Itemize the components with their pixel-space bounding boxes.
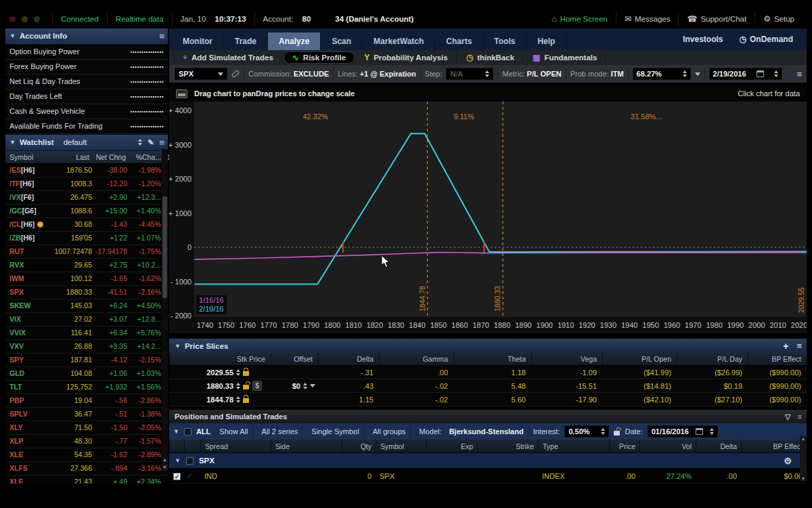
tab-analyze[interactable]: Analyze <box>268 33 321 50</box>
menu-link-investools[interactable]: Investools <box>676 35 729 44</box>
tab-charts[interactable]: Charts <box>435 33 483 50</box>
close-window-icon[interactable] <box>9 16 16 22</box>
watchlist-row[interactable]: RUT1007.72478-17.94178-1.75% <box>5 245 168 259</box>
watchlist-row[interactable]: VVIX116.41+6.34+5.76% <box>5 326 168 340</box>
probability-input[interactable]: 68.27% <box>633 68 691 80</box>
prob-dropdown-icon[interactable] <box>695 72 700 76</box>
x-axis-tick-label[interactable]: 1980 <box>706 321 722 329</box>
watchlist-row[interactable]: SPY187.81-4.12-2.15% <box>5 354 168 367</box>
x-axis-tick-label[interactable]: 1950 <box>642 321 658 329</box>
x-axis-tick-label[interactable]: 1780 <box>281 321 298 329</box>
position-checkbox[interactable]: ✓ <box>173 473 181 480</box>
positions-date-input[interactable]: 01/16/2016 <box>648 425 718 438</box>
support-chat-button[interactable]: ☎Support/Chat <box>678 12 754 26</box>
ps-col-gamma[interactable]: Gamma <box>379 353 453 365</box>
x-axis-tick-label[interactable]: 1740 <box>197 321 213 329</box>
pos-col-side[interactable]: Side <box>271 440 342 452</box>
scrollbar-thumb[interactable] <box>162 196 167 298</box>
scroll-down-icon[interactable]: ▼ <box>801 476 806 481</box>
price-slice-row[interactable]: 2029.55-.31.001.18-1.09($41.99)($26.99)(… <box>169 366 807 379</box>
pos-col-spread[interactable]: Spread <box>200 440 271 452</box>
watchlist-row[interactable]: RVX29.65+2.75+10.2... <box>5 259 168 272</box>
price-slice-row[interactable]: 1844.781.15-.025.60-17.90($42.10)($27.10… <box>169 393 807 406</box>
calendar-icon[interactable] <box>757 70 764 77</box>
x-axis-tick-label[interactable]: 1960 <box>664 321 680 329</box>
scroll-down-icon[interactable]: ▼ <box>162 464 168 471</box>
chart-mode-icon[interactable] <box>176 89 187 98</box>
link-icon[interactable] <box>231 70 240 78</box>
x-axis-tick-label[interactable]: 1870 <box>472 321 489 329</box>
metric-setting[interactable]: Metric: P/L OPEN <box>502 70 561 78</box>
collapse-chevron-icon[interactable]: ▼ <box>9 139 16 146</box>
account-info-row[interactable]: Option Buying Power••••••••••••••• <box>5 45 168 60</box>
y-axis-tick-label[interactable]: + 3000 <box>169 141 191 149</box>
watchlist-row[interactable]: /ES[H6]1876.50-38.00-1.98% <box>5 164 168 177</box>
watchlist-row[interactable]: XLP48.30-.77-1.57% <box>5 435 168 448</box>
lines-setting[interactable]: Lines: +1 @ Expiration <box>338 70 416 78</box>
chart-canvas[interactable]: 1844.781880.332029.5542.32%9.11%31.58%..… <box>169 102 807 333</box>
watchlist-row[interactable]: VXV26.88+3.35+14.2... <box>5 340 168 354</box>
maximize-window-icon[interactable] <box>34 16 40 22</box>
pos-col-symbol[interactable]: Symbol <box>376 440 426 452</box>
prob-mode-setting[interactable]: Prob mode: ITM <box>570 70 624 78</box>
tab-monitor[interactable]: Monitor <box>172 33 224 50</box>
x-axis-tick-label[interactable]: 1750 <box>218 321 234 329</box>
prob-spinner[interactable] <box>683 70 687 77</box>
y-axis-tick-label[interactable]: + 1000 <box>169 209 191 217</box>
offset-dropdown-icon[interactable] <box>310 384 315 387</box>
ps-col-theta[interactable]: Theta <box>453 353 531 365</box>
watchlist-selector[interactable]: default <box>64 138 87 146</box>
ps-col-pl-day[interactable]: P/L Day <box>677 353 748 365</box>
step-input[interactable]: N/A <box>446 68 493 80</box>
expiration-date-input[interactable]: 2/19/2016 <box>709 68 782 80</box>
account-info-row[interactable]: Cash & Sweep Vehicle••••••••••••••• <box>5 104 168 119</box>
positions-menu-icon[interactable]: ≡ <box>798 412 801 421</box>
toolbar-probability-analysis[interactable]: YProbability Analysis <box>356 51 457 64</box>
col-pct-change[interactable]: %Cha... <box>126 153 161 161</box>
watchlist-row[interactable]: /VX[F6]26.475+2.90+12.3... <box>5 191 168 205</box>
ps-col-stk-price[interactable]: Stk Price <box>169 353 271 365</box>
watchlist-row[interactable]: /CL[H6]30.68-1.43-4.45% <box>5 218 168 232</box>
price-slice-row[interactable]: 1880.33$$0.43-.025.48-15.51($14.81)$0.19… <box>169 379 807 393</box>
group-checkbox[interactable] <box>186 457 194 465</box>
x-axis-tick-label[interactable]: 1830 <box>388 321 404 329</box>
x-axis-tick-label[interactable]: 1850 <box>430 321 447 329</box>
menu-link-ondemand[interactable]: ◷OnDemand <box>733 35 800 44</box>
watchlist-row[interactable]: SKEW145.03+6.24+4.50% <box>5 299 168 313</box>
show-all-dropdown[interactable]: Show All <box>215 423 252 440</box>
y-axis-tick-label[interactable]: + 2000 <box>169 175 191 183</box>
account-info-row[interactable]: Forex Buying Power••••••••••••••• <box>5 60 168 75</box>
watchlist-row[interactable]: SPX1880.33-41.51-2.16% <box>5 286 168 299</box>
x-axis-tick-label[interactable]: 1890 <box>515 321 531 329</box>
watchlist-row[interactable]: /GC[G6]1088.6+15.00+1.40% <box>5 205 168 218</box>
watchlist-row[interactable]: /TF[H6]1008.3-12.20-1.20% <box>5 177 168 191</box>
window-controls[interactable] <box>9 16 40 22</box>
account-selector[interactable]: Account: 8034 (Daniel's Account) <box>254 12 422 26</box>
dollar-offset-icon[interactable]: $ <box>252 381 262 391</box>
account-info-header[interactable]: ▼ Account Info ≡ <box>5 28 168 45</box>
interest-spinner[interactable] <box>601 428 605 435</box>
setup-button[interactable]: ⚙Setup <box>754 12 803 26</box>
minimize-window-icon[interactable] <box>22 16 28 22</box>
pos-col-bp-effect[interactable]: BP Effect <box>741 440 807 452</box>
watchlist-row[interactable]: XLY71.50-1.50-2.05% <box>5 421 168 435</box>
x-axis-tick-label[interactable]: 1940 <box>621 321 637 329</box>
risk-profile-chart[interactable]: 1844.781880.332029.5542.32%9.11%31.58%..… <box>169 102 807 333</box>
collapse-chevron-icon[interactable]: ▼ <box>9 33 16 39</box>
ps-col-pl-open[interactable]: P/L Open <box>602 353 677 365</box>
collapse-chevron-icon[interactable]: ▼ <box>175 457 181 464</box>
y-axis-tick-label[interactable]: - 2000 <box>171 312 191 320</box>
add-price-slice-icon[interactable]: + <box>783 341 788 352</box>
x-axis-tick-label[interactable]: 2010 <box>769 321 786 329</box>
offset-spinner[interactable] <box>303 383 307 389</box>
params-menu-icon[interactable]: ≡ <box>796 69 801 79</box>
calendar-icon[interactable] <box>696 428 703 435</box>
x-axis-tick-label[interactable]: 1790 <box>303 321 319 329</box>
price-slices-menu-icon[interactable]: ≡ <box>796 341 801 351</box>
symbol-scope-dropdown[interactable]: Single Symbol <box>307 423 363 440</box>
y-axis-tick-label[interactable]: + 4000 <box>169 106 191 114</box>
model-dropdown[interactable]: Model: Bjerksund-Stensland <box>415 423 528 440</box>
x-axis-tick-label[interactable]: 1970 <box>685 321 701 329</box>
group-settings-gear-icon[interactable]: ⚙ <box>784 456 792 466</box>
watchlist-row[interactable]: /ZB[H6]159'05+1'22+1.07% <box>5 232 168 245</box>
